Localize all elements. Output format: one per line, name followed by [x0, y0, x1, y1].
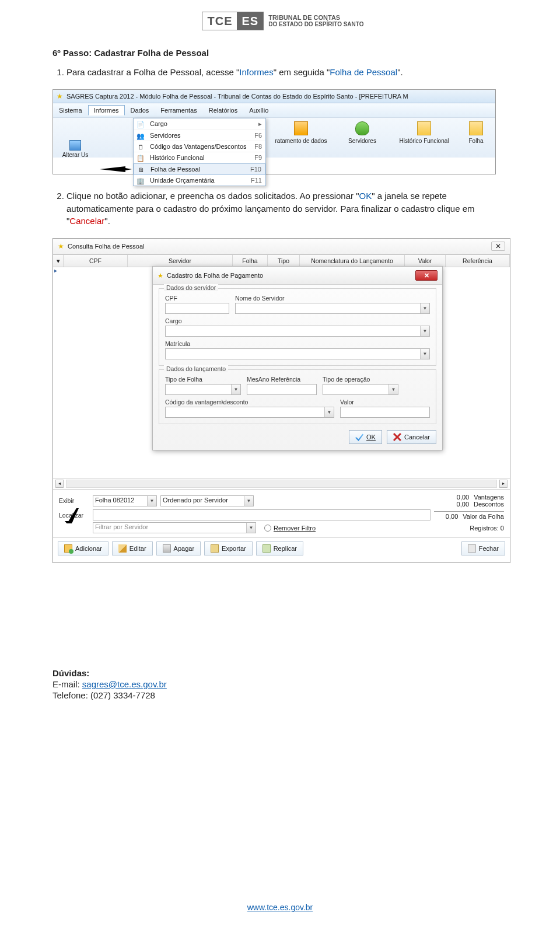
- col-referencia[interactable]: Referência: [446, 255, 510, 267]
- label-cpf: CPF: [165, 295, 229, 302]
- delete-icon: [163, 544, 171, 553]
- menu-dados[interactable]: Dados: [125, 105, 155, 116]
- app-title: SAGRES Captura 2012 - Módulo Folha de Pe…: [66, 93, 408, 100]
- matricula-combo[interactable]: ▼: [165, 348, 430, 359]
- menu-sistema[interactable]: Sistema: [53, 105, 88, 116]
- close-icon: [468, 544, 476, 553]
- valor-field[interactable]: [340, 407, 430, 418]
- col-tipo[interactable]: Tipo: [268, 255, 300, 267]
- unidade-icon: 🏢: [136, 177, 145, 185]
- toolbar-servidores[interactable]: Servidores: [339, 118, 386, 144]
- row-selector-header: ▾: [53, 255, 64, 267]
- filtrar-combo[interactable]: Filtrar por Servidor▼: [93, 522, 256, 533]
- adicionar-button[interactable]: Adicionar: [58, 541, 108, 555]
- chevron-down-icon: ▼: [244, 496, 253, 506]
- grid-body: ▸ ★ Cadastro da Folha de Pagamento ✕ Dad…: [53, 267, 510, 478]
- close-button[interactable]: ✕: [491, 242, 505, 251]
- tipo-folha-combo[interactable]: ▼: [165, 384, 241, 395]
- scroll-right-icon[interactable]: ▸: [499, 480, 508, 488]
- menu-relatorios[interactable]: Relatórios: [203, 105, 244, 116]
- exibir-combo[interactable]: Folha 082012▼: [93, 495, 157, 506]
- docs-icon: [294, 121, 308, 135]
- chevron-down-icon: ▼: [246, 523, 256, 533]
- dropdown-item-codigos[interactable]: 🗒 Código das Vantagens/DescontosF8: [134, 141, 265, 152]
- label-tipo-operacao: Tipo de operação: [323, 376, 398, 383]
- folha-icon: 🗎: [137, 166, 145, 174]
- label-exibir: Exibir: [59, 497, 89, 504]
- col-nomenclatura[interactable]: Nomenclatura do Lançamento: [300, 255, 405, 267]
- history-icon: [417, 121, 431, 135]
- grid-header: ▾ CPF Servidor Folha Tipo Nomenclatura d…: [53, 254, 510, 267]
- page-header-logo: TCE ES TRIBUNAL DE CONTAS DO ESTADO DO E…: [52, 12, 513, 30]
- footer-link[interactable]: www.tce.es.gov.br: [0, 903, 560, 912]
- exportar-button[interactable]: Exportar: [204, 541, 253, 555]
- servidores-icon: 👥: [136, 132, 145, 140]
- toolbar-alterar[interactable]: Alterar Us: [60, 140, 90, 158]
- fechar-button[interactable]: Fechar: [461, 541, 505, 555]
- tipo-operacao-combo[interactable]: ▼: [323, 384, 398, 395]
- apagar-button[interactable]: Apagar: [156, 541, 201, 555]
- editar-button[interactable]: Editar: [112, 541, 153, 555]
- toolbar-tratamento[interactable]: ratamento de dados: [269, 118, 333, 144]
- replicar-button[interactable]: Replicar: [256, 541, 303, 555]
- label-nome-servidor: Nome do Servidor: [235, 295, 430, 302]
- nome-servidor-combo[interactable]: ▼: [235, 303, 430, 314]
- dropdown-item-unidade[interactable]: 🏢 Unidade OrçamentáriaF11: [134, 175, 265, 186]
- step-title: 6º Passo: Cadastrar Folha de Pessoal: [52, 48, 513, 58]
- dropdown-item-folha[interactable]: 🗎 Folha de PessoalF10: [134, 163, 265, 175]
- remover-filtro-link[interactable]: Remover Filtro: [264, 525, 316, 532]
- dropdown-item-historico[interactable]: 📋 Histórico FuncionalF9: [134, 152, 265, 163]
- replicate-icon: [262, 544, 271, 553]
- col-cpf[interactable]: CPF: [64, 255, 128, 267]
- orden-combo[interactable]: Ordenado por Servidor▼: [160, 495, 254, 506]
- cargo-combo[interactable]: ▼: [165, 326, 430, 337]
- group-dados-lancamento: Dados do lançamento Tipo de Folha ▼ MesA…: [159, 369, 436, 424]
- dialog-close-button[interactable]: ✕: [415, 270, 438, 281]
- dialog-titlebar: ★ Cadastro da Folha de Pagamento ✕: [153, 267, 442, 285]
- toolbar-historico[interactable]: Histórico Funcional: [389, 118, 459, 144]
- codigo-vantagem-combo[interactable]: ▼: [165, 407, 334, 418]
- consulta-title: Consulta Folha de Pessoal: [68, 243, 144, 250]
- historico-icon: 📋: [136, 154, 145, 162]
- chevron-down-icon: ▼: [420, 326, 429, 336]
- app-icon: ★: [57, 92, 63, 100]
- scroll-left-icon[interactable]: ◂: [55, 480, 64, 488]
- email-link[interactable]: sagres@tce.es.gov.br: [82, 679, 167, 689]
- informes-dropdown: 📄 Cargo▸ 👥 ServidoresF6 🗒 Código das Van…: [133, 118, 266, 186]
- dropdown-item-cargo[interactable]: 📄 Cargo▸: [134, 118, 265, 130]
- mesano-field[interactable]: [247, 384, 317, 395]
- chevron-down-icon: ▼: [388, 385, 398, 394]
- dialog-icon: ★: [158, 272, 163, 279]
- col-valor[interactable]: Valor: [405, 255, 446, 267]
- label-tipo-folha: Tipo de Folha: [165, 376, 241, 383]
- app-title-bar: ★ SAGRES Captura 2012 - Módulo Folha de …: [53, 90, 495, 103]
- localizar-field[interactable]: [93, 509, 430, 520]
- legend-dados-lancamento: Dados do lançamento: [164, 365, 228, 372]
- edit-icon: [118, 544, 127, 553]
- legend-dados-servidor: Dados do servidor: [164, 284, 218, 291]
- col-servidor[interactable]: Servidor: [128, 255, 233, 267]
- action-toolbar: Adicionar Editar Apagar Exportar Replica…: [53, 538, 510, 559]
- label-matricula: Matrícula: [165, 340, 430, 347]
- menu-auxilio[interactable]: Auxílio: [243, 105, 274, 116]
- export-icon: [211, 544, 219, 553]
- menu-ferramentas[interactable]: Ferramentas: [155, 105, 202, 116]
- ok-button[interactable]: OK: [349, 430, 382, 444]
- toolbar-folha[interactable]: Folha: [461, 118, 491, 144]
- chevron-down-icon: ▼: [420, 349, 429, 359]
- label-cargo: Cargo: [165, 317, 430, 324]
- col-folha[interactable]: Folha: [233, 255, 268, 267]
- add-icon: [64, 544, 72, 553]
- horizontal-scrollbar[interactable]: ◂ ▸: [53, 478, 510, 490]
- dropdown-item-servidores[interactable]: 👥 ServidoresF6: [134, 130, 265, 141]
- screenshot-consulta-folha: ★ Consulta Folha de Pessoal ✕ ▾ CPF Serv…: [52, 238, 510, 563]
- label-mesano: MesAno Referência: [247, 376, 317, 383]
- step-1: Para cadastrar a Folha de Pessoal, acess…: [66, 66, 513, 79]
- ok-icon: [355, 433, 363, 441]
- screenshot-informes-menu: ★ SAGRES Captura 2012 - Módulo Folha de …: [52, 89, 496, 174]
- cpf-field[interactable]: [165, 303, 229, 314]
- cargo-icon: 📄: [136, 120, 145, 128]
- cancel-button[interactable]: Cancelar: [387, 430, 436, 444]
- totals-2: 0,00Valor da Folha: [434, 510, 504, 520]
- menu-informes[interactable]: Informes: [88, 105, 125, 116]
